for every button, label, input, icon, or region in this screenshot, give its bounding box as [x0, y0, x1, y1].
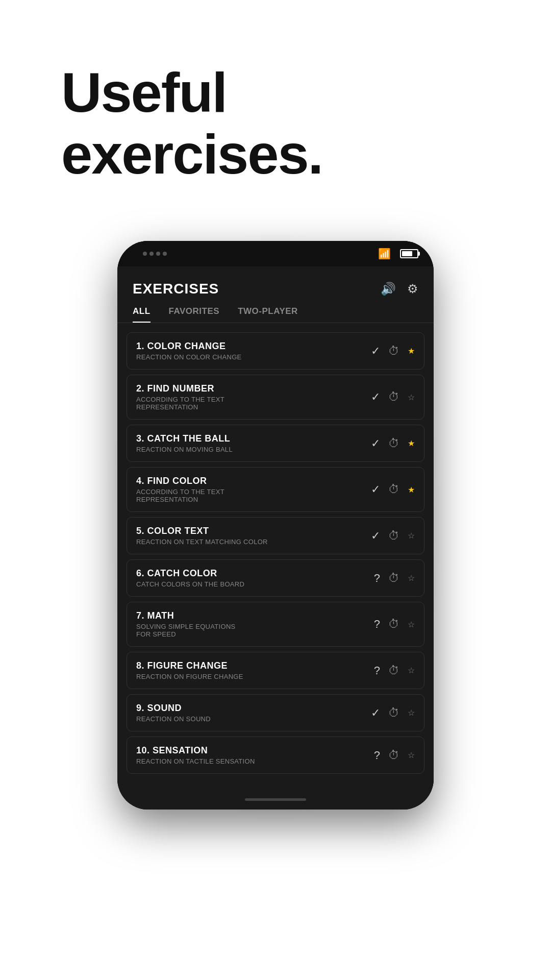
tab-all[interactable]: ALL — [133, 306, 151, 323]
star-icon-1[interactable]: ★ — [408, 346, 415, 356]
exercise-desc-5: REACTION ON TEXT MATCHING COLOR — [136, 538, 371, 546]
exercise-name-9: 9. SOUND — [136, 703, 371, 714]
history-icon-9[interactable]: ⏱ — [388, 706, 399, 720]
status-bar: 📶 — [117, 241, 434, 266]
signal-dot-3 — [156, 252, 160, 256]
sound-icon[interactable]: 🔊 — [381, 282, 396, 296]
exercise-desc-2: ACCORDING TO THE TEXTREPRESENTATION — [136, 396, 371, 411]
tabs-row: ALL FAVORITES TWO-PLAYER — [117, 306, 434, 323]
star-icon-4[interactable]: ★ — [408, 485, 415, 495]
screen-header: EXERCISES 🔊 ⚙ — [117, 266, 434, 306]
exercise-actions-9: ✓ ⏱ ☆ — [371, 706, 415, 720]
settings-icon[interactable]: ⚙ — [407, 282, 418, 296]
star-icon-3[interactable]: ★ — [408, 438, 415, 448]
exercise-text-10: 10. SENSATION REACTION ON TACTILE SENSAT… — [136, 745, 374, 765]
check-icon-2: ✓ — [371, 390, 380, 404]
exercise-text-3: 3. CATCH THE BALL REACTION ON MOVING BAL… — [136, 433, 371, 453]
hero-title: Useful exercises. — [0, 0, 551, 185]
exercise-actions-5: ✓ ⏱ ☆ — [371, 529, 415, 543]
header-icons: 🔊 ⚙ — [381, 282, 418, 296]
exercise-text-8: 8. FIGURE CHANGE REACTION ON FIGURE CHAN… — [136, 660, 374, 680]
exercise-desc-1: REACTION ON COLOR CHANGE — [136, 353, 371, 361]
history-icon-5[interactable]: ⏱ — [388, 529, 399, 543]
exercise-item-2[interactable]: 2. FIND NUMBER ACCORDING TO THE TEXTREPR… — [127, 375, 424, 420]
star-icon-9[interactable]: ☆ — [408, 708, 415, 718]
exercise-text-1: 1. COLOR CHANGE REACTION ON COLOR CHANGE — [136, 341, 371, 361]
history-icon-1[interactable]: ⏱ — [388, 345, 399, 358]
phone-wrapper: 📶 EXERCISES 🔊 ⚙ ALL FAVORITES TWO-PLAYER — [102, 226, 449, 825]
star-icon-6[interactable]: ☆ — [408, 573, 415, 583]
exercise-actions-6: ? ⏱ ☆ — [374, 572, 415, 585]
history-icon-3[interactable]: ⏱ — [388, 437, 399, 450]
exercise-item-10[interactable]: 10. SENSATION REACTION ON TACTILE SENSAT… — [127, 737, 424, 774]
star-icon-7[interactable]: ☆ — [408, 620, 415, 629]
question-icon-7: ? — [374, 618, 380, 631]
exercise-name-8: 8. FIGURE CHANGE — [136, 660, 374, 671]
star-icon-2[interactable]: ☆ — [408, 393, 415, 402]
exercise-name-3: 3. CATCH THE BALL — [136, 433, 371, 444]
history-icon-2[interactable]: ⏱ — [388, 390, 399, 404]
exercise-actions-2: ✓ ⏱ ☆ — [371, 390, 415, 404]
app-screen: EXERCISES 🔊 ⚙ ALL FAVORITES TWO-PLAYER 1… — [117, 266, 434, 789]
exercise-text-2: 2. FIND NUMBER ACCORDING TO THE TEXTREPR… — [136, 383, 371, 411]
check-icon-5: ✓ — [371, 529, 380, 543]
exercise-name-6: 6. CATCH COLOR — [136, 568, 374, 579]
exercise-item-3[interactable]: 3. CATCH THE BALL REACTION ON MOVING BAL… — [127, 425, 424, 462]
hero-title-line1: Useful — [61, 61, 227, 124]
star-icon-8[interactable]: ☆ — [408, 666, 415, 675]
exercise-desc-4: ACCORDING TO THE TEXTREPRESENTATION — [136, 488, 371, 503]
exercise-text-5: 5. COLOR TEXT REACTION ON TEXT MATCHING … — [136, 526, 371, 546]
exercise-item-5[interactable]: 5. COLOR TEXT REACTION ON TEXT MATCHING … — [127, 517, 424, 554]
exercise-name-10: 10. SENSATION — [136, 745, 374, 756]
exercise-actions-1: ✓ ⏱ ★ — [371, 345, 415, 358]
exercise-name-2: 2. FIND NUMBER — [136, 383, 371, 394]
tab-favorites[interactable]: FAVORITES — [169, 306, 220, 323]
question-icon-10: ? — [374, 749, 380, 762]
exercise-desc-6: CATCH COLORS ON THE BOARD — [136, 580, 374, 588]
home-bar — [245, 798, 306, 801]
history-icon-8[interactable]: ⏱ — [388, 664, 399, 677]
exercise-desc-8: REACTION ON FIGURE CHANGE — [136, 673, 374, 680]
check-icon-9: ✓ — [371, 706, 380, 720]
phone-mockup: 📶 EXERCISES 🔊 ⚙ ALL FAVORITES TWO-PLAYER — [117, 241, 434, 810]
exercise-item-9[interactable]: 9. SOUND REACTION ON SOUND ✓ ⏱ ☆ — [127, 694, 424, 731]
history-icon-10[interactable]: ⏱ — [388, 749, 399, 762]
exercise-item-1[interactable]: 1. COLOR CHANGE REACTION ON COLOR CHANGE… — [127, 332, 424, 370]
exercise-name-4: 4. FIND COLOR — [136, 476, 371, 486]
exercise-actions-8: ? ⏱ ☆ — [374, 664, 415, 677]
battery-fill — [402, 251, 412, 256]
exercise-item-7[interactable]: 7. MATH SOLVING SIMPLE EQUATIONSFOR SPEE… — [127, 602, 424, 647]
question-icon-8: ? — [374, 664, 380, 677]
exercise-text-9: 9. SOUND REACTION ON SOUND — [136, 703, 371, 723]
signal-dot-2 — [149, 252, 154, 256]
exercise-desc-3: REACTION ON MOVING BALL — [136, 446, 371, 453]
exercise-item-8[interactable]: 8. FIGURE CHANGE REACTION ON FIGURE CHAN… — [127, 652, 424, 689]
exercise-actions-7: ? ⏱ ☆ — [374, 618, 415, 631]
exercise-name-1: 1. COLOR CHANGE — [136, 341, 371, 352]
star-icon-10[interactable]: ☆ — [408, 750, 415, 760]
exercise-name-5: 5. COLOR TEXT — [136, 526, 371, 536]
signal-dots — [143, 252, 167, 256]
exercise-actions-10: ? ⏱ ☆ — [374, 749, 415, 762]
history-icon-4[interactable]: ⏱ — [388, 483, 399, 496]
signal-dot-1 — [143, 252, 147, 256]
wifi-icon: 📶 — [378, 248, 391, 260]
star-icon-5[interactable]: ☆ — [408, 531, 415, 541]
tab-two-player[interactable]: TWO-PLAYER — [238, 306, 298, 323]
exercise-name-7: 7. MATH — [136, 610, 374, 621]
screen-title: EXERCISES — [133, 281, 219, 297]
check-icon-4: ✓ — [371, 483, 380, 496]
exercise-item-6[interactable]: 6. CATCH COLOR CATCH COLORS ON THE BOARD… — [127, 559, 424, 597]
exercise-text-6: 6. CATCH COLOR CATCH COLORS ON THE BOARD — [136, 568, 374, 588]
hero-title-line2: exercises. — [61, 122, 322, 185]
exercise-item-4[interactable]: 4. FIND COLOR ACCORDING TO THE TEXTREPRE… — [127, 467, 424, 512]
question-icon-6: ? — [374, 572, 380, 585]
exercise-actions-3: ✓ ⏱ ★ — [371, 437, 415, 450]
history-icon-6[interactable]: ⏱ — [388, 572, 399, 585]
exercise-actions-4: ✓ ⏱ ★ — [371, 483, 415, 496]
exercise-text-7: 7. MATH SOLVING SIMPLE EQUATIONSFOR SPEE… — [136, 610, 374, 638]
battery-icon — [400, 249, 418, 258]
history-icon-7[interactable]: ⏱ — [388, 618, 399, 631]
home-indicator — [117, 789, 434, 810]
exercise-desc-7: SOLVING SIMPLE EQUATIONSFOR SPEED — [136, 623, 374, 638]
